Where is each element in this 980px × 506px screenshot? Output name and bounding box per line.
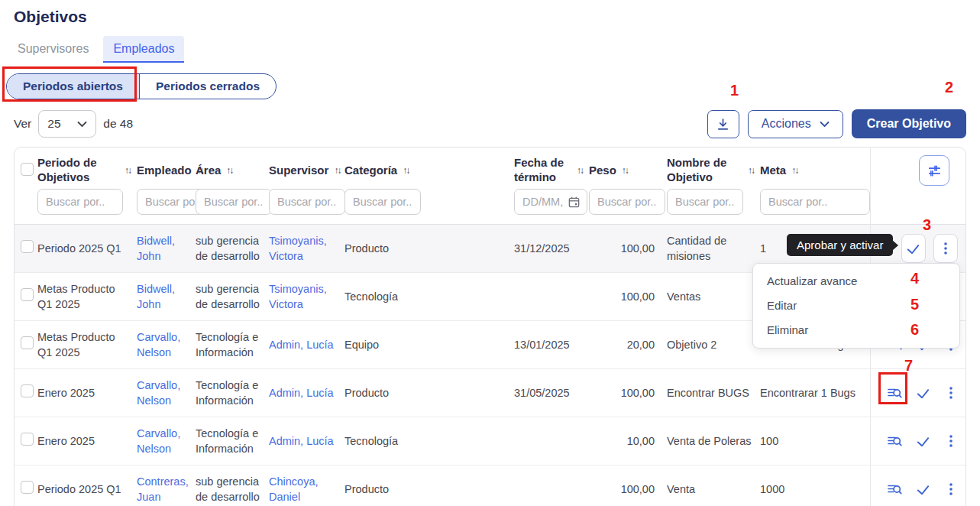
col-header-nombre[interactable]: Nombre de Objetivo <box>667 156 742 185</box>
cell-periodo: Metas Producto Q1 2025 <box>37 273 137 321</box>
row-checkbox[interactable] <box>21 288 34 301</box>
row-checkbox[interactable] <box>21 336 34 349</box>
row-checkbox[interactable] <box>21 384 34 397</box>
cell-nombre: Cantidad de misiones <box>667 225 760 273</box>
col-header-peso[interactable]: Peso <box>589 164 616 178</box>
tooltip-aprobar-activar: Aprobar y activar <box>787 234 893 256</box>
table-row: Periodo 2025 Q1 Contreras, Juan sub gere… <box>15 465 965 506</box>
check-icon <box>915 385 931 401</box>
empleado-link[interactable]: Carvallo, Nelson <box>137 331 180 358</box>
menu-item-actualizar-avance[interactable]: Actualizar avance <box>753 269 959 294</box>
col-header-supervisor[interactable]: Supervisor <box>269 164 328 178</box>
download-icon <box>716 117 730 131</box>
row-menu-button[interactable] <box>933 234 958 263</box>
cell-nombre: Venta de Poleras <box>667 417 760 465</box>
search-categoria-input[interactable] <box>344 189 421 215</box>
cell-fecha <box>514 273 589 321</box>
supervisor-link[interactable]: Tsimoyanis, Victora <box>269 283 327 310</box>
search-list-icon <box>886 481 903 498</box>
chevron-down-icon <box>77 121 87 128</box>
supervisor-link[interactable]: Admin, Lucía <box>269 387 334 399</box>
empleado-link[interactable]: Bidwell, John <box>137 283 175 310</box>
annotation-number-5: 5 <box>910 297 919 312</box>
tab-empleados[interactable]: Empleados <box>103 36 184 63</box>
supervisor-link[interactable]: Chincoya, Daniel <box>269 475 318 503</box>
cell-peso: 100,00 <box>589 225 667 273</box>
col-header-fecha[interactable]: Fecha de término <box>514 156 571 185</box>
search-supervisor-input[interactable] <box>269 189 345 215</box>
search-area-input[interactable] <box>196 189 272 215</box>
menu-item-eliminar[interactable]: Eliminar <box>753 318 959 342</box>
search-fecha-date-input[interactable]: DD/MM, <box>514 189 587 215</box>
view-detail-button[interactable] <box>886 433 903 449</box>
col-header-empleado[interactable]: Empleado <box>137 164 192 178</box>
cell-categoria: Producto <box>344 465 514 506</box>
check-icon <box>915 433 931 449</box>
cell-periodo: Periodo 2025 Q1 <box>37 465 137 506</box>
row-menu-button[interactable] <box>943 481 959 498</box>
col-header-area[interactable]: Área <box>196 164 221 178</box>
annotation-number-6: 6 <box>910 322 919 337</box>
sort-icon[interactable]: ↑↓ <box>622 165 628 177</box>
row-menu-button[interactable] <box>943 384 959 401</box>
empleado-link[interactable]: Carvallo, Nelson <box>137 379 180 407</box>
search-meta-input[interactable] <box>760 189 870 215</box>
cell-peso: 20,00 <box>589 321 667 369</box>
search-periodo-input[interactable] <box>37 189 123 215</box>
empleado-link[interactable]: Bidwell, John <box>137 235 175 262</box>
sort-icon[interactable]: ↑↓ <box>403 165 409 177</box>
sort-icon[interactable]: ↑↓ <box>577 165 583 177</box>
approve-activate-button[interactable] <box>915 385 931 401</box>
page-size-select[interactable]: 25 <box>38 110 96 138</box>
cell-area: sub gerencia de desarrollo <box>196 273 269 321</box>
tab-supervisores[interactable]: Supervisores <box>8 36 99 63</box>
approve-activate-button[interactable] <box>901 234 926 263</box>
sort-icon[interactable]: ↑↓ <box>791 165 797 177</box>
annotation-box-periodos-abiertos <box>2 66 137 102</box>
annotation-number-1: 1 <box>730 83 739 98</box>
row-checkbox[interactable] <box>21 481 34 494</box>
empleado-link[interactable]: Carvallo, Nelson <box>137 427 180 455</box>
cell-categoria: Tecnología <box>344 273 514 321</box>
approve-activate-button[interactable] <box>915 433 931 449</box>
row-checkbox[interactable] <box>21 433 34 446</box>
search-peso-input[interactable] <box>589 189 665 215</box>
row-checkbox[interactable] <box>21 240 34 253</box>
acciones-button[interactable]: Acciones <box>748 110 843 138</box>
select-all-checkbox[interactable] <box>21 163 34 176</box>
sort-icon[interactable]: ↑↓ <box>125 165 131 177</box>
sort-icon[interactable]: ↑↓ <box>226 165 232 177</box>
ver-label: Ver <box>14 117 31 131</box>
col-header-categoria[interactable]: Categoría <box>344 164 397 178</box>
crear-objetivo-button[interactable]: Crear Objetivo <box>852 109 966 138</box>
sort-icon[interactable]: ↑↓ <box>334 165 340 177</box>
column-settings-button[interactable] <box>919 155 949 186</box>
kebab-menu-icon <box>938 240 953 257</box>
menu-item-editar[interactable]: Editar <box>753 294 959 318</box>
row-context-menu: Actualizar avance Editar Eliminar <box>752 263 960 349</box>
cell-categoria: Tecnología <box>344 417 514 465</box>
chevron-down-icon <box>820 121 830 128</box>
cell-categoria: Equipo <box>344 321 514 369</box>
annotation-number-3: 3 <box>923 217 931 232</box>
supervisor-link[interactable]: Admin, Lucía <box>269 435 334 447</box>
cell-area: Tecnología e Información <box>196 369 269 417</box>
check-icon <box>905 241 921 257</box>
cell-area: Tecnología e Información <box>196 321 269 369</box>
calendar-icon[interactable] <box>568 196 581 209</box>
cell-periodo: Enero 2025 <box>37 417 137 465</box>
col-header-meta[interactable]: Meta <box>760 164 786 178</box>
kebab-menu-icon <box>943 481 959 498</box>
col-header-periodo[interactable]: Periodo de Objetivos <box>37 156 119 185</box>
download-button[interactable] <box>707 110 739 138</box>
periodos-cerrados-pill[interactable]: Periodos cerrados <box>140 74 276 99</box>
view-detail-button[interactable] <box>886 481 903 498</box>
row-menu-button[interactable] <box>943 433 959 449</box>
search-nombre-input[interactable] <box>667 189 743 215</box>
supervisor-link[interactable]: Admin, Lucía <box>269 339 334 351</box>
annotation-number-2: 2 <box>945 79 953 95</box>
supervisor-link[interactable]: Tsimoyanis, Victora <box>269 235 327 262</box>
approve-activate-button[interactable] <box>915 482 931 498</box>
sort-icon[interactable]: ↑↓ <box>748 165 754 177</box>
empleado-link[interactable]: Contreras, Juan <box>137 475 189 503</box>
